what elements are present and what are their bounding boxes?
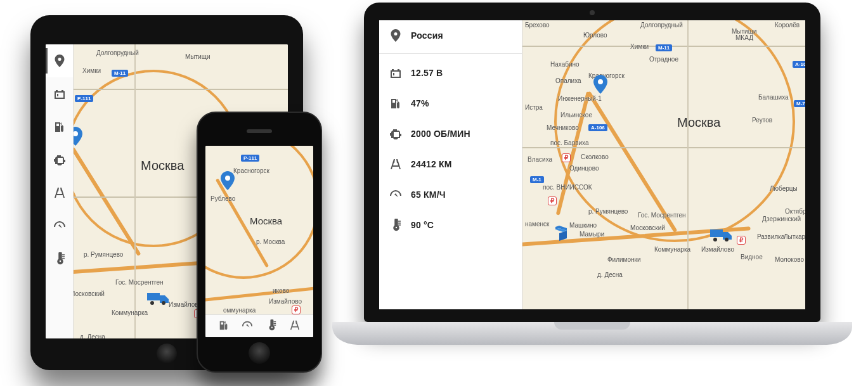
location-pin-icon[interactable] (593, 75, 607, 94)
telemetry-panel: Россия 12.57 В 47% 2000 ОБ/МИН 24412 КМ (379, 20, 522, 309)
laptop-screen: Брехово Долгопрудный Юрлово Химки Мытищи… (379, 20, 805, 309)
map-label: Сколково (581, 153, 609, 160)
map-label: Дзержинский (762, 216, 801, 222)
highway-badge: А-103 (793, 61, 805, 68)
map-label: Развилка (757, 233, 784, 240)
map-label: Юрлово (583, 32, 607, 39)
sidebar-item-engine[interactable] (46, 143, 73, 176)
telemetry-battery: 12.57 В (379, 58, 522, 88)
map-label: Люберцы (770, 185, 798, 192)
telemetry-odometer: 24412 КМ (379, 149, 522, 179)
parking-icon: ₽ (548, 196, 557, 205)
map-label: Мечниково (547, 124, 579, 131)
map-label: д. Десна (80, 333, 105, 338)
map-label: Лыткарино (784, 233, 805, 240)
map-label: р. Румянцево (84, 251, 123, 258)
laptop-camera (590, 10, 595, 15)
map-city-label: Москва (677, 115, 720, 130)
laptop-device: Брехово Долгопрудный Юрлово Химки Мытищи… (332, 0, 852, 368)
battery-icon (389, 67, 402, 79)
laptop-notch (554, 322, 630, 330)
map-label: Химки (82, 67, 101, 74)
map-label: Измайлово (701, 246, 734, 253)
map-view[interactable]: Брехово Долгопрудный Юрлово Химки Мытищи… (522, 20, 805, 309)
telemetry-rpm: 2000 ОБ/МИН (379, 119, 522, 149)
parking-icon: ₽ (562, 153, 571, 162)
laptop-base (332, 322, 852, 345)
map-label: Отрадное (649, 56, 678, 63)
sidebar-item-temp[interactable] (46, 242, 73, 275)
sidebar-item-battery[interactable] (46, 77, 73, 110)
map-view[interactable]: Москва Красногорск Р-111 Рублево р. Моск… (205, 146, 313, 337)
odometer-value: 24412 КМ (411, 159, 452, 169)
map-label: Московский (630, 224, 665, 231)
battery-value: 12.57 В (411, 68, 443, 78)
map-label: Реутов (752, 117, 772, 124)
map-label: Коммунарка (654, 246, 690, 253)
map-label: Власиха (528, 156, 552, 163)
map-label: Молоково (775, 256, 804, 263)
rpm-value: 2000 ОБ/МИН (411, 129, 470, 139)
sidebar-item-odometer[interactable] (46, 176, 73, 209)
highway-badge: М-11 (112, 70, 128, 77)
map-label: р. Румянцево (588, 208, 628, 215)
tablet-home-button[interactable] (157, 344, 177, 364)
phone-screen: Москва Красногорск Р-111 Рублево р. Моск… (205, 146, 313, 337)
thermometer-icon (389, 219, 402, 231)
map-label: оммунарка (223, 307, 256, 314)
toolbar-temp-icon[interactable] (266, 319, 277, 333)
fuel-icon (389, 97, 402, 110)
truck-icon[interactable] (147, 290, 169, 306)
pin-icon (389, 29, 402, 42)
sidebar-item-location[interactable] (46, 44, 73, 77)
temp-value: 90 °С (411, 220, 434, 230)
map-label: пос. ВНИИССОК (543, 184, 592, 191)
toolbar-speed-icon[interactable] (242, 319, 253, 333)
map-label: Опалиха (555, 77, 581, 84)
highway-badge: М-7 (794, 100, 805, 107)
speedometer-icon (389, 188, 402, 201)
sidebar-item-fuel[interactable] (46, 110, 73, 143)
road-icon (389, 158, 402, 170)
telemetry-speed: 65 КМ/Ч (379, 179, 522, 210)
map-label: Балашиха (758, 94, 789, 101)
telemetry-location: Россия (379, 20, 522, 54)
map-label: р. Москва (256, 238, 285, 245)
map-city-label: Москва (141, 158, 184, 173)
highway-badge: М-11 (656, 44, 672, 51)
sidebar-item-speed[interactable] (46, 209, 73, 242)
map-label: Мытищи (185, 53, 211, 60)
map-label: иково (273, 287, 289, 294)
fuel-value: 47% (411, 98, 429, 108)
cargo-icon[interactable] (555, 226, 574, 242)
toolbar-fuel-icon[interactable] (218, 319, 230, 333)
highway-badge: М-1 (530, 176, 544, 183)
map-label: Истра (525, 104, 543, 111)
phone-speaker (247, 129, 272, 133)
toolbar-road-icon[interactable] (289, 319, 301, 333)
map-label: Коммунарка (112, 309, 148, 316)
map-label: МКАД (735, 34, 753, 41)
map-label: Гос. Мосрентген (115, 279, 164, 286)
location-pin-icon[interactable] (221, 171, 235, 190)
sidebar (46, 44, 74, 338)
map-label: наменск (525, 221, 549, 228)
highway-badge: Р-111 (75, 95, 93, 102)
map-label: Королёв (775, 22, 800, 29)
map-label: Одинцово (569, 165, 599, 172)
map-label: Московский (70, 290, 105, 297)
engine-icon (389, 127, 402, 140)
highway-badge: Р-111 (241, 155, 259, 162)
map-label: Химки (630, 43, 649, 50)
phone-home-button[interactable] (249, 342, 270, 364)
truck-icon[interactable] (710, 227, 732, 242)
map-label: Гос. Мосрентген (638, 212, 686, 219)
map-label: Долгопрудный (96, 49, 139, 56)
parking-icon: ₽ (737, 236, 746, 245)
parking-icon: ₽ (292, 306, 301, 314)
map-label: Долгопрудный (640, 22, 683, 29)
map-label: Измайлово (269, 298, 302, 305)
location-value: Россия (411, 30, 443, 41)
map-label: Ильинское (560, 112, 592, 119)
speed-value: 65 КМ/Ч (411, 190, 446, 200)
